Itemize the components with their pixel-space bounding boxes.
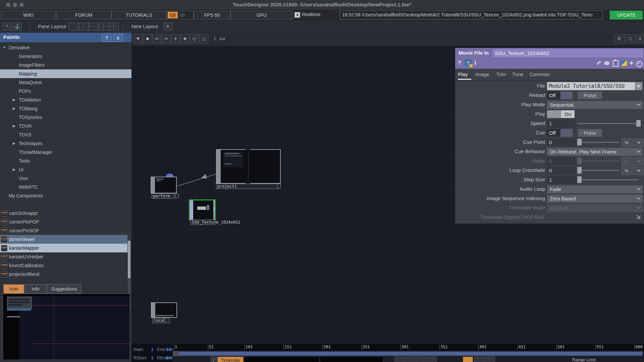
param-tab-tune[interactable]: Tune [512, 71, 524, 77]
loop-crossfade-value[interactable]: 0 [547, 167, 576, 174]
collapse-down-icon[interactable]: ⇩ [636, 34, 644, 43]
index-value[interactable]: 0 [547, 157, 576, 165]
play-on-label[interactable]: On [561, 110, 575, 118]
audio-loop-dropdown[interactable]: Fade [547, 185, 643, 193]
pane-layout-vsplit-icon[interactable] [79, 23, 89, 31]
tab-icon[interactable]: Icon [3, 284, 24, 294]
python-help-icon[interactable]: ? [465, 59, 472, 66]
wiki-button[interactable]: WIKI [1, 11, 56, 19]
target-icon[interactable] [636, 61, 642, 67]
list-item-cornerpinpop[interactable]: COMP cornerPinPOP [0, 218, 127, 226]
star-icon[interactable]: ★ [180, 34, 190, 43]
tree-item-vive[interactable]: Vive [0, 174, 150, 183]
slider-handle[interactable] [577, 176, 582, 183]
loop-crossfade-unit-dropdown[interactable]: % [622, 167, 644, 175]
tree-item-techniques[interactable]: Techniques [0, 139, 150, 148]
tree-item-mapping[interactable]: Mapping [0, 69, 150, 78]
play-toggle[interactable] [547, 110, 561, 118]
add-parameter-icon[interactable]: + [630, 59, 634, 67]
param-tab-play[interactable]: Play [458, 71, 468, 77]
param-tab-common[interactable]: Common [530, 71, 550, 77]
depth-indicator[interactable]: 0 [614, 34, 625, 43]
cue-toggle[interactable] [560, 129, 573, 137]
play-forward-button[interactable] [463, 357, 473, 362]
transport-button[interactable] [394, 357, 405, 362]
speed-slider[interactable] [577, 123, 639, 124]
cue-point-slider[interactable] [577, 142, 620, 143]
transport-button[interactable] [474, 357, 484, 362]
cue-point-unit-dropdown[interactable]: % [622, 138, 644, 147]
help-icon[interactable]: ? [458, 60, 461, 66]
tree-item-pops[interactable]: POPs [0, 87, 150, 96]
list-item-kinectcalibration[interactable]: COMP kinectCalibration [0, 261, 127, 270]
python-expressions-icon[interactable] [621, 60, 627, 66]
node-ssu-texture[interactable] [189, 199, 216, 221]
node-pick-arrow-icon[interactable]: ⇲ [636, 214, 641, 221]
palette-close-button[interactable]: x [113, 34, 123, 42]
param-tab-image[interactable]: Image [475, 71, 489, 77]
reload-toggle[interactable] [560, 92, 573, 99]
home-icon[interactable]: ⌂ [199, 34, 208, 43]
file-browse-button[interactable]: + [635, 82, 642, 90]
tutorials-button[interactable]: TUTORIALS [111, 11, 167, 19]
stop-icon[interactable]: ■ [143, 34, 152, 43]
node-label-handle[interactable] [277, 184, 281, 188]
transport-button[interactable] [416, 357, 426, 362]
dropdown-icon[interactable]: ▼ [133, 34, 143, 43]
tree-item-threadmanager[interactable]: ThreadManager [0, 148, 150, 157]
file-field[interactable]: Module2 Tutorial8/SSU/SSU [547, 82, 635, 90]
transport-button[interactable] [405, 357, 415, 362]
comment-icon[interactable] [604, 61, 609, 65]
scrollbar-thumb[interactable] [128, 241, 130, 278]
op-find-icon[interactable]: ◇ [190, 34, 199, 43]
range-left-handle[interactable] [173, 351, 178, 356]
tree-item-tdsynchro[interactable]: TDSynchro [0, 113, 150, 122]
pane-layout-left-right-icon[interactable] [99, 23, 109, 31]
rstart-value[interactable]: 1 [151, 355, 154, 360]
reload-pulse-button[interactable]: Pulse [578, 92, 602, 99]
cue-behavior-dropdown[interactable]: On Release, Play Next Frame [547, 148, 643, 156]
tree-item-tdvs[interactable]: TDVS [0, 130, 150, 139]
tree-item-metaquest[interactable]: MetaQuest [0, 78, 150, 87]
tree-item-tools[interactable]: Tools [0, 157, 150, 165]
midi-indicator[interactable]: O|I 60 [167, 11, 194, 19]
tree-item-ui[interactable]: UI [0, 165, 150, 174]
slider-handle[interactable] [577, 139, 582, 145]
timeline-path-button[interactable]: / [211, 357, 217, 362]
image-sequence-indexing-dropdown[interactable]: Zero Based [547, 195, 643, 203]
tab-info[interactable]: Info [25, 284, 46, 294]
anchor-icon[interactable]: ⚓ [13, 22, 22, 31]
realtime-checkbox[interactable]: x [294, 12, 300, 18]
start-value[interactable]: 1 [151, 347, 154, 352]
tree-item-imagefilters[interactable]: ImageFilters [0, 61, 150, 69]
timecode-mode-chip[interactable]: Timecode [217, 357, 244, 362]
transport-button[interactable] [427, 357, 437, 362]
tree-item-tdbitwig[interactable]: TDBitwig [0, 104, 150, 113]
node-label-ssu-texture[interactable]: SSU_Texture_1024x652 [191, 220, 216, 225]
play-mode-dropdown[interactable]: Sequential [547, 101, 643, 109]
step-size-slider[interactable] [577, 179, 639, 180]
add-operator-icon[interactable]: + [171, 34, 180, 43]
tab-suggestions[interactable]: Suggestions [47, 284, 81, 294]
list-item-domeviewer[interactable]: COMP domeViewer [0, 235, 127, 244]
node-perform[interactable] [151, 177, 177, 193]
list-item-kantanmapper[interactable]: COMP kantanMapper [0, 244, 127, 252]
list-item-cornerpinsop[interactable]: COMP cornerPinSOP [0, 226, 127, 235]
node-label-handle[interactable] [175, 193, 179, 198]
list-item-kantanuvhelper[interactable]: COMP kantanUVHelper [0, 252, 127, 261]
new-layout-add-button[interactable]: + [163, 22, 172, 31]
tree-item-derivative[interactable]: Derivative [0, 43, 140, 52]
operator-name-field[interactable]: SSU_Texture_1024x652 [493, 49, 643, 57]
window-restore-icon[interactable]: □ [625, 34, 635, 43]
network-path-more[interactable]: >> [219, 36, 225, 42]
loop-crossfade-slider[interactable] [577, 170, 620, 171]
pane-layout-hsplit-icon[interactable] [89, 23, 99, 31]
node-label-project1[interactable]: project1 [216, 184, 278, 189]
cue-pulse-button[interactable]: Pulse [578, 129, 602, 137]
range-bar[interactable] [178, 351, 643, 356]
param-tab-trim[interactable]: Trim [496, 71, 506, 77]
palette-help-button[interactable]: ? [102, 34, 111, 42]
forward-arrow-icon[interactable]: ⇨ [162, 34, 171, 43]
tree-item-my-components[interactable]: My Components [0, 191, 140, 200]
speed-value[interactable]: 1 [547, 120, 576, 127]
